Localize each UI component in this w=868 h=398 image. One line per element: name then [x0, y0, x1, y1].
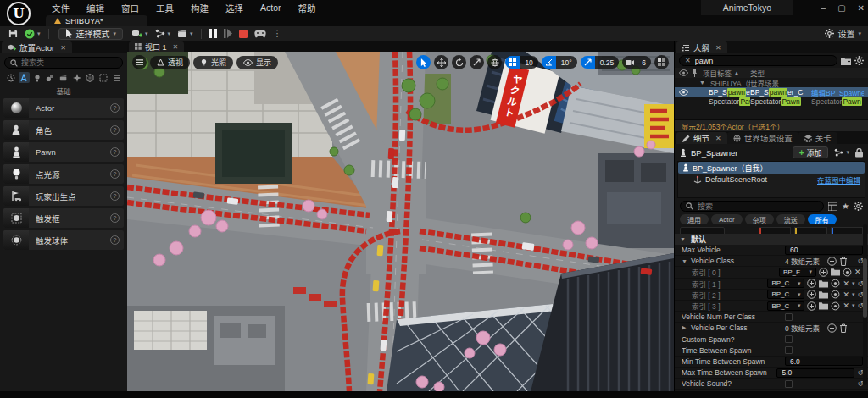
menu-actor[interactable]: Actor — [253, 1, 289, 14]
class-dropdown[interactable]: BP_C▾ — [767, 290, 804, 299]
menu-edit[interactable]: 编辑 — [79, 0, 112, 16]
close-button[interactable]: ✕ — [858, 3, 865, 13]
eye-icon[interactable] — [679, 89, 688, 96]
add-element-icon[interactable] — [807, 290, 816, 299]
outliner-row-world[interactable]: ▼ SHIBUYA（编辑器中运行） 世界场景 — [675, 78, 868, 87]
details-tab[interactable]: 细节 ✕ — [676, 132, 727, 144]
help-icon[interactable]: ? — [110, 147, 120, 157]
edit-in-blueprint-link[interactable]: 在蓝图中编辑 — [817, 174, 860, 185]
trash-icon[interactable] — [839, 323, 848, 333]
move-tool-button[interactable] — [434, 55, 448, 69]
world-local-toggle-button[interactable] — [487, 55, 502, 69]
cinematics-button[interactable]: ▾ — [174, 27, 197, 40]
place-item-player-start[interactable]: 玩家出生点 ? — [3, 186, 124, 206]
browse-icon[interactable] — [819, 279, 828, 288]
clear-search-icon[interactable]: ✕ — [685, 57, 691, 64]
frame-skip-button[interactable] — [220, 27, 236, 40]
blueprints-button[interactable]: ▾ — [152, 27, 175, 40]
place-item-pawn[interactable]: Pawn ? — [3, 142, 124, 162]
viewport-tab[interactable]: 视口 1 ✕ — [129, 41, 184, 52]
menu-select[interactable]: 选择 — [218, 0, 251, 16]
close-icon[interactable]: ✕ — [173, 43, 179, 51]
clear-icon[interactable]: ✕ — [854, 268, 861, 276]
scale-snap-control[interactable]: 0.25 — [581, 56, 620, 69]
browse-icon[interactable] — [819, 301, 828, 310]
minimize-button[interactable]: – — [821, 3, 826, 13]
menu-window[interactable]: 窗口 — [114, 0, 147, 16]
recently-placed-icon[interactable] — [5, 72, 16, 83]
playback-options-button[interactable]: ⋮ — [270, 27, 287, 40]
lit-mode-dropdown[interactable]: 光照 — [193, 56, 233, 69]
class-dropdown[interactable]: BP_E▾ — [779, 268, 816, 277]
help-icon[interactable]: ? — [110, 169, 120, 179]
element-options-icon[interactable]: ▾ — [852, 291, 855, 298]
menu-tools[interactable]: 工具 — [148, 0, 181, 16]
outliner-row-bp-spawner[interactable]: BP_Spawner BP_Spawner_C 编辑BP_Spawner — [675, 87, 868, 97]
menu-build[interactable]: 构建 — [183, 0, 216, 16]
place-search-input[interactable] — [21, 58, 106, 67]
level-tab-shibuya[interactable]: SHIBUYA* — [46, 15, 147, 26]
browse-icon[interactable] — [819, 290, 828, 299]
checkbox[interactable] — [785, 346, 793, 354]
select-mode-dropdown[interactable]: 选择模式 ▾ — [58, 28, 124, 40]
help-icon[interactable]: ? — [110, 213, 120, 223]
help-icon[interactable]: ? — [110, 103, 120, 113]
clear-icon[interactable]: ✕ — [843, 301, 849, 310]
geometry-category-icon[interactable] — [85, 72, 96, 83]
shapes-category-icon[interactable] — [45, 72, 56, 83]
visual-effects-category-icon[interactable] — [71, 72, 82, 83]
filter-general[interactable]: 通用 — [680, 214, 709, 224]
volumes-category-icon[interactable] — [97, 72, 108, 83]
settings-dropdown[interactable]: 设置 ▾ — [825, 27, 861, 40]
place-item-point-light[interactable]: 点光源 ? — [3, 164, 124, 184]
filter-all[interactable]: 所有 — [808, 214, 837, 224]
add-element-icon[interactable] — [807, 301, 816, 311]
details-settings-gear-icon[interactable] — [854, 202, 863, 211]
place-search-box[interactable] — [4, 57, 123, 69]
viewport-options-button[interactable] — [132, 55, 147, 69]
add-element-icon[interactable] — [819, 268, 828, 277]
use-selected-icon[interactable] — [831, 290, 840, 299]
display-options-icon[interactable] — [828, 202, 837, 211]
create-folder-icon[interactable] — [841, 57, 851, 65]
lights-category-icon[interactable] — [31, 72, 42, 83]
use-selected-icon[interactable] — [831, 301, 840, 311]
checkbox[interactable] — [785, 380, 793, 388]
add-actor-button[interactable]: ▾ — [128, 27, 152, 40]
world-settings-tab[interactable]: 世界场景设置 — [727, 132, 798, 144]
element-options-icon[interactable]: ▾ — [852, 302, 855, 309]
close-icon[interactable]: ✕ — [715, 44, 721, 52]
trash-icon[interactable] — [839, 257, 848, 266]
add-component-button[interactable]: + 添加 — [793, 146, 829, 158]
eject-possess-button[interactable] — [251, 27, 270, 40]
outliner-row-spectator-pawn[interactable]: SpectatorPawn SpectatorPawn SpectatorPaw… — [675, 97, 868, 106]
max-time-input[interactable]: 5.0 — [776, 368, 854, 378]
help-icon[interactable]: ? — [110, 235, 120, 245]
place-actor-tab[interactable]: 放置Actor ✕ — [2, 41, 72, 53]
blueprint-edit-dropdown[interactable]: ▾ — [832, 146, 851, 159]
rotate-tool-button[interactable] — [452, 55, 466, 69]
cinematic-category-icon[interactable] — [58, 72, 70, 83]
class-dropdown[interactable]: BP_C▾ — [767, 279, 804, 288]
show-flags-dropdown[interactable]: 显示 — [236, 56, 278, 69]
add-element-icon[interactable] — [807, 279, 816, 288]
add-element-icon[interactable] — [827, 323, 837, 333]
scrollbar-thumb[interactable] — [863, 258, 867, 318]
lock-icon[interactable] — [855, 148, 863, 158]
pin-column-icon[interactable] — [692, 69, 698, 77]
menu-file[interactable]: 文件 — [44, 0, 77, 16]
pause-button[interactable] — [206, 27, 220, 40]
close-icon[interactable]: ✕ — [715, 135, 721, 142]
place-item-character[interactable]: 角色 ? — [3, 120, 124, 140]
use-selected-icon[interactable] — [831, 279, 840, 288]
add-element-icon[interactable] — [827, 257, 837, 266]
place-item-trigger-box[interactable]: 触发框 ? — [3, 208, 124, 228]
grid-snap-control[interactable]: 10 — [505, 56, 537, 69]
expander-icon[interactable]: ▶ — [682, 324, 688, 331]
outliner-search-input[interactable] — [695, 57, 797, 65]
maximize-button[interactable]: ▢ — [837, 3, 845, 13]
viewport-scene[interactable]: ヤクルト 透视 光照 显示 — [127, 52, 674, 391]
checkbox[interactable] — [785, 313, 793, 321]
use-selected-icon[interactable] — [843, 268, 852, 277]
place-item-actor[interactable]: Actor ? — [3, 98, 124, 118]
